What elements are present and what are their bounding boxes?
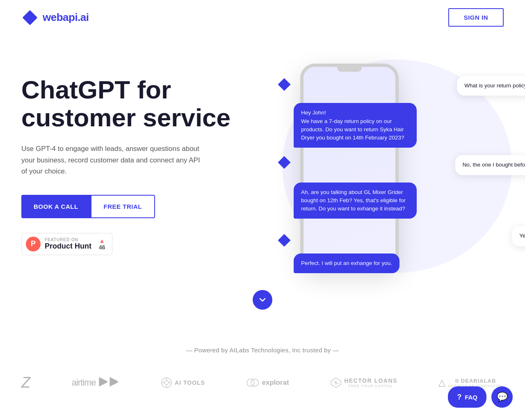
- svg-point-8: [251, 379, 258, 386]
- bottom-action-buttons: ? FAQ 💬: [448, 386, 513, 408]
- chat-bubble-3: No, the one I bought before: [455, 155, 525, 175]
- chat-bubble-2: Hey John!We have a 7-day return policy o…: [294, 103, 417, 148]
- logo-explorat: explorat: [246, 378, 289, 387]
- product-hunt-icon: P: [26, 237, 41, 251]
- logo-aitools: AI TOOLS: [161, 377, 205, 388]
- hero-title: ChatGPT for customer service: [21, 76, 243, 132]
- logo-text: webapi.ai: [43, 11, 89, 24]
- chat-bubble-row-5: Yes!: [284, 226, 525, 246]
- chat-bubble-row-6: Perfect. I will put an exhange for you.: [284, 253, 525, 273]
- free-trial-button[interactable]: FREE TRIAL: [91, 195, 155, 218]
- sign-in-button[interactable]: SIGN IN: [448, 8, 504, 27]
- hero-illustration: What is your return policy? Hey John!We …: [251, 51, 504, 297]
- svg-point-7: [247, 379, 254, 386]
- hero-left: ChatGPT for customer service Use GPT-4 t…: [21, 51, 243, 255]
- chat-bubble-5: Yes!: [512, 226, 525, 246]
- chat-bubble-row-2: Hey John!We have a 7-day return policy o…: [284, 103, 525, 148]
- logo-airtime: airtime ⯈⯈: [72, 377, 120, 389]
- trusted-section: — Powered by AILabs Technologies, Inc tr…: [0, 330, 525, 408]
- faq-button[interactable]: ? FAQ: [448, 386, 486, 408]
- hero-subtitle: Use GPT-4 to engage with leads, answer q…: [21, 143, 202, 177]
- svg-rect-0: [23, 10, 38, 25]
- chat-bubble-4: Ah, are you talking about GL Mixer Gride…: [294, 183, 417, 219]
- question-icon: ?: [457, 393, 461, 402]
- chat-bubble-6: Perfect. I will put an exhange for you.: [294, 253, 399, 273]
- chevron-down-icon: [258, 296, 267, 304]
- company-logos: Z airtime ⯈⯈ AI TOOLS explorat: [21, 374, 504, 391]
- trusted-text: — Powered by AILabs Technologies, Inc tr…: [21, 347, 504, 354]
- product-hunt-badge[interactable]: P FEATURED ON Product Hunt ▲ 46: [21, 233, 112, 255]
- logo[interactable]: webapi.ai: [21, 9, 89, 26]
- chat-bubble-row-4: Ah, are you talking about GL Mixer Gride…: [284, 183, 525, 219]
- hero-section: ChatGPT for customer service Use GPT-4 t…: [0, 35, 525, 297]
- book-call-button[interactable]: BOOK A CALL: [21, 195, 91, 218]
- scroll-down-button[interactable]: [253, 290, 272, 310]
- svg-point-2: [164, 381, 169, 385]
- chat-bubble-row-1: What is your return policy?: [284, 76, 525, 96]
- logo-diamond-icon: [21, 9, 39, 26]
- chat-icon: 💬: [497, 392, 508, 402]
- chat-container: What is your return policy? Hey John!We …: [284, 76, 525, 281]
- hero-buttons: BOOK A CALL FREE TRIAL: [21, 195, 243, 218]
- chat-bubble-row-3: No, the one I bought before: [284, 155, 525, 175]
- chat-bubble-1: What is your return policy?: [457, 76, 525, 96]
- faq-label: FAQ: [465, 394, 477, 401]
- product-hunt-text: FEATURED ON Product Hunt: [45, 237, 91, 251]
- logo-zeda: Z: [21, 374, 30, 391]
- product-hunt-votes: ▲ 46: [99, 237, 105, 251]
- chat-widget-button[interactable]: 💬: [491, 386, 513, 408]
- logo-hectorloans: HECTOR LOANS FREE YOUR CAPITAL: [330, 377, 397, 388]
